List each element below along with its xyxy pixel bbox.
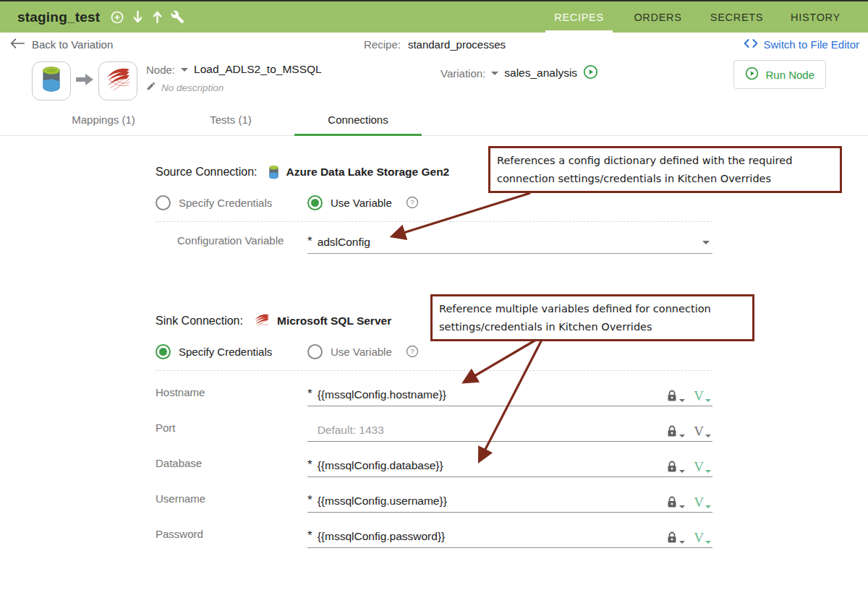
variable-v-icon[interactable]: V	[694, 531, 711, 544]
variation-selector: Variation: sales_analysis	[441, 64, 598, 82]
wrench-icon[interactable]	[171, 10, 184, 24]
configuration-variable-value: adslConfig	[318, 236, 370, 248]
node-view-tabs: Mappings (1) Tests (1) Connections	[0, 106, 868, 136]
required-marker: *	[307, 235, 312, 247]
configuration-variable-label: Configuration Variable	[156, 234, 307, 254]
lock-icon[interactable]	[666, 461, 685, 473]
lock-icon[interactable]	[666, 425, 685, 437]
adls-small-icon	[268, 165, 280, 180]
v-caret-down-icon	[705, 505, 711, 508]
tab-connections[interactable]: Connections	[294, 106, 422, 135]
recipe-name: standard_processes	[408, 38, 506, 51]
node-name[interactable]: Load_ADLS2_to_MSSQL	[194, 63, 322, 76]
v-caret-down-icon	[705, 470, 711, 473]
specify-credentials-label: Specify Credentials	[179, 197, 272, 209]
back-link-label: Back to Variation	[32, 38, 113, 51]
annotation-multiple-variables: Reference multiple variables defined for…	[430, 294, 754, 341]
radio-off-icon	[307, 344, 323, 359]
required-marker: *	[307, 458, 312, 471]
top-bar-actions	[110, 10, 184, 25]
lock-icon[interactable]	[666, 390, 685, 402]
password-input[interactable]: * {{mssqlConfig.password}} V	[307, 513, 712, 548]
play-circle-icon[interactable]	[583, 64, 598, 82]
datakitchen-variation-editor: staging_test RECIPES ORDERS SECRETS HIST…	[0, 0, 868, 590]
tab-mappings[interactable]: Mappings (1)	[40, 106, 167, 135]
port-placeholder: Default: 1433	[318, 424, 384, 436]
username-value: {{mssqlConfig.username}}	[318, 495, 447, 507]
specify-credentials-label: Specify Credentials	[179, 346, 272, 358]
variation-caret-down-icon[interactable]	[491, 72, 498, 75]
use-variable-label: Use Variable	[331, 346, 392, 358]
hostname-label: Hostname	[156, 386, 307, 406]
lock-icon[interactable]	[666, 531, 685, 544]
variable-v-icon[interactable]: V	[694, 425, 711, 437]
port-label: Port	[156, 422, 307, 442]
lock-caret-down-icon	[679, 541, 685, 544]
username-label: Username	[156, 492, 307, 513]
tab-recipes[interactable]: RECIPES	[540, 1, 618, 33]
breadcrumb: Recipe: standard_processes	[364, 38, 506, 51]
required-marker: *	[307, 388, 312, 400]
radio-on-icon	[156, 344, 171, 359]
hostname-value: {{mssqlConfig.hostname}}	[318, 389, 446, 401]
node-graph-preview	[32, 61, 137, 101]
arrow-up-icon[interactable]	[151, 10, 163, 24]
arrow-down-icon[interactable]	[132, 10, 144, 24]
username-row: Username * {{mssqlConfig.username}} V	[156, 477, 712, 513]
tab-secrets[interactable]: SECRETS	[697, 1, 776, 33]
source-specify-credentials-radio[interactable]: Specify Credentials	[156, 195, 307, 210]
tab-tests[interactable]: Tests (1)	[167, 106, 294, 135]
sink-use-variable-radio[interactable]: Use Variable ?	[307, 344, 419, 359]
help-icon[interactable]: ?	[406, 196, 419, 209]
node-description: No description	[161, 82, 224, 93]
required-marker: *	[307, 529, 312, 542]
top-nav: RECIPES ORDERS SECRETS HISTORY	[540, 1, 868, 33]
annotation-config-dictionary: References a config dictionary defined w…	[488, 146, 842, 193]
v-caret-down-icon	[705, 399, 711, 402]
top-bar: staging_test RECIPES ORDERS SECRETS HIST…	[0, 0, 868, 33]
port-input[interactable]: * Default: 1433 V	[307, 406, 712, 442]
tab-history[interactable]: HISTORY	[776, 1, 855, 33]
code-icon	[744, 38, 758, 51]
run-node-button[interactable]: Run Node	[733, 60, 826, 89]
lock-caret-down-icon	[679, 505, 685, 508]
database-input[interactable]: * {{mssqlConfig.database}} V	[307, 442, 712, 477]
run-node-label: Run Node	[765, 69, 814, 81]
sink-specify-credentials-radio[interactable]: Specify Credentials	[156, 344, 307, 359]
username-input[interactable]: * {{mssqlConfig.username}} V	[307, 477, 712, 513]
lock-caret-down-icon	[679, 435, 685, 437]
help-icon[interactable]: ?	[406, 345, 419, 358]
pencil-icon[interactable]	[146, 81, 156, 94]
source-node-tile[interactable]	[32, 61, 71, 101]
mssql-icon	[105, 67, 131, 95]
variation-name[interactable]: sales_analysis	[504, 67, 577, 80]
hostname-input[interactable]: * {{mssqlConfig.hostname}} V	[307, 371, 712, 406]
svg-text:?: ?	[410, 198, 414, 206]
variable-v-icon[interactable]: V	[694, 496, 711, 508]
node-info: Node: Load_ADLS2_to_MSSQL No description	[146, 63, 336, 94]
node-caret-down-icon[interactable]	[181, 68, 188, 72]
sink-node-tile[interactable]	[98, 61, 137, 101]
add-circle-icon[interactable]	[110, 10, 124, 25]
variable-v-icon[interactable]: V	[694, 390, 711, 402]
sink-connector-name: Microsoft SQL Server	[277, 315, 391, 328]
node-label: Node:	[146, 64, 175, 76]
back-to-variation-link[interactable]: Back to Variation	[10, 38, 364, 51]
switch-to-file-editor-link[interactable]: Switch to File Editor	[506, 38, 859, 51]
v-caret-down-icon	[705, 435, 711, 437]
tab-orders[interactable]: ORDERS	[618, 1, 697, 33]
select-caret-down-icon[interactable]	[702, 241, 710, 244]
lock-icon[interactable]	[666, 496, 685, 508]
variation-label: Variation:	[441, 67, 485, 80]
kitchen-title: staging_test	[17, 9, 100, 25]
configuration-variable-select[interactable]: * adslConfig	[307, 222, 712, 254]
variable-v-icon[interactable]: V	[694, 461, 711, 473]
adls-icon	[40, 66, 63, 96]
hostname-row: Hostname * {{mssqlConfig.hostname}} V	[156, 371, 712, 406]
radio-on-icon	[307, 195, 323, 210]
lock-caret-down-icon	[679, 399, 685, 402]
password-value: {{mssqlConfig.password}}	[318, 531, 446, 542]
sink-connection-title: Sink Connection:	[156, 315, 243, 328]
database-value: {{mssqlConfig.database}}	[318, 460, 443, 471]
source-use-variable-radio[interactable]: Use Variable ?	[307, 195, 419, 210]
